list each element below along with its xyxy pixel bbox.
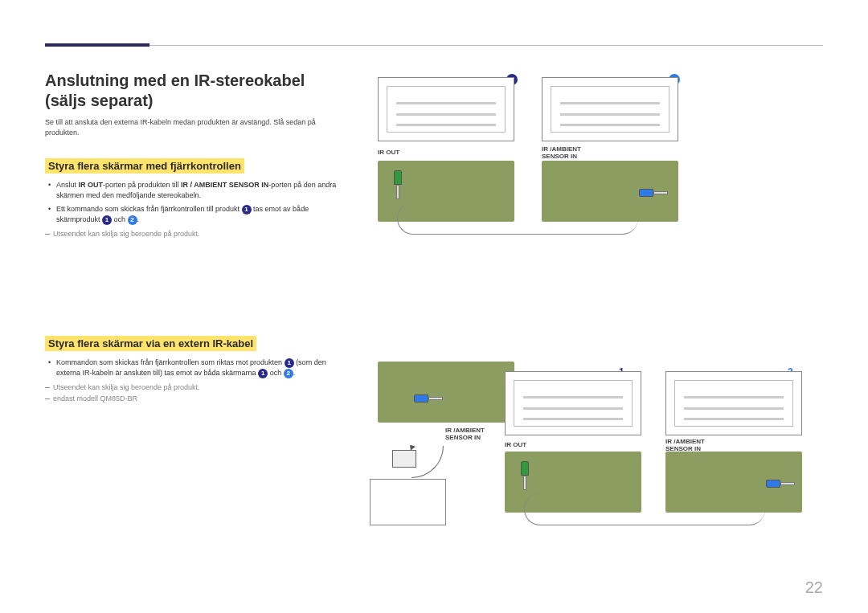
- diagram-top-monitor-1: [378, 77, 514, 141]
- arrow-icon: [411, 446, 444, 478]
- jack-blue-icon: [639, 187, 674, 198]
- header-accent-bar: [45, 43, 149, 47]
- num-chip-s2-1b: 1: [258, 369, 268, 378]
- section1-bullets: Anslut IR OUT-porten på produkten till I…: [45, 180, 342, 225]
- title-line2: (säljs separat): [45, 92, 154, 109]
- diagram-top-label-right: IR /AMBIENT SENSOR IN: [542, 146, 581, 161]
- diagram-bot-monitor-2: [665, 371, 802, 435]
- diagram-bot-label-upper: IR /AMBIENT SENSOR IN: [445, 427, 485, 442]
- diagram-bot-port-upper: [378, 362, 514, 423]
- page-number: 22: [805, 578, 823, 597]
- remote-box-icon: [370, 479, 446, 525]
- section1-note: Utseendet kan skilja sig beroende på pro…: [45, 230, 342, 238]
- diagram-bottom: IR /AMBIENT SENSOR IN 1 IR OUT 2 IR /AMB…: [378, 362, 828, 554]
- jack-blue-icon-3: [766, 478, 801, 489]
- jack-blue-icon-2: [414, 393, 449, 404]
- left-column: Anslutning med en IR-stereokabel (säljs …: [45, 71, 342, 404]
- section1-heading: Styra flera skärmar med fjärrkontrollen: [45, 158, 244, 174]
- num-chip-1: 1: [242, 205, 252, 215]
- diagram-top-label-left: IR OUT: [378, 149, 399, 157]
- section2-bullet-1: Kommandon som skickas från fjärrkontroll…: [45, 358, 342, 378]
- jack-green-icon-2: [519, 461, 530, 497]
- jack-green-icon: [392, 170, 403, 206]
- diagram-bot-label-right: IR /AMBIENT SENSOR IN: [665, 439, 705, 453]
- diagram-top-monitor-2: [542, 77, 678, 141]
- section1-bullet-2: Ett kommando som skickas från fjärrkontr…: [45, 204, 342, 225]
- diagram-bot-monitor-1: [505, 371, 641, 435]
- section2-note2: endast modell QM85D-BR: [45, 394, 342, 403]
- num-chip-s2-1: 1: [285, 358, 294, 368]
- section2-bullets: Kommandon som skickas från fjärrkontroll…: [45, 358, 342, 378]
- section2-note1: Utseendet kan skilja sig beroende på pro…: [45, 383, 342, 391]
- cable-line: [397, 202, 638, 235]
- section1-bullet-1: Anslut IR OUT-porten på produkten till I…: [45, 180, 342, 201]
- num-chip-s2-2: 2: [284, 369, 293, 378]
- section2-heading: Styra flera skärmar via en extern IR-kab…: [45, 336, 256, 351]
- page-title: Anslutning med en IR-stereokabel (säljs …: [45, 71, 342, 111]
- diagram-bot-label-mid: IR OUT: [505, 442, 526, 449]
- title-line1: Anslutning med en IR-stereokabel: [45, 72, 305, 89]
- intro-text: Se till att ansluta den externa IR-kabel…: [45, 117, 342, 137]
- cable-line-2: [524, 493, 765, 525]
- num-chip-2: 2: [128, 215, 137, 225]
- diagram-top: 1 2 IR OUT IR /AMBIENT SENSOR IN: [378, 74, 828, 251]
- header-rule: [45, 45, 823, 46]
- num-chip-1b: 1: [102, 215, 112, 225]
